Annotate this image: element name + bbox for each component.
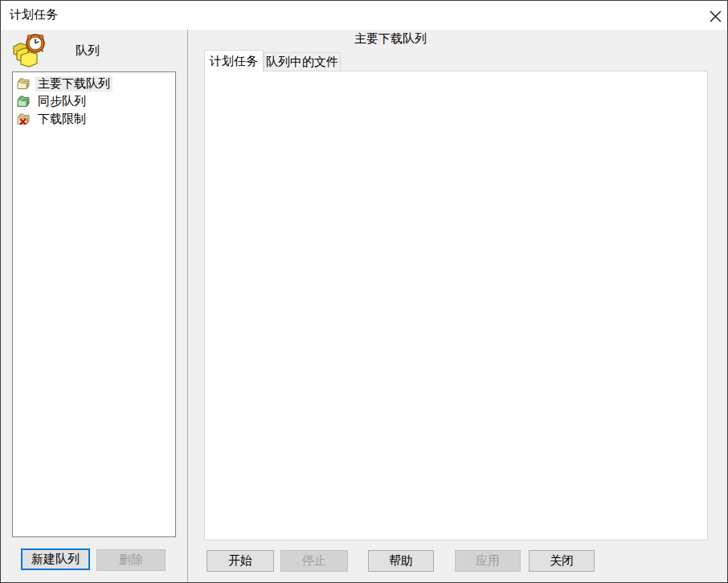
tab-schedule[interactable]: 计划任务 bbox=[204, 50, 264, 71]
schedule-tab-panel bbox=[204, 71, 708, 540]
close-button[interactable]: 关闭 bbox=[529, 550, 595, 572]
help-button[interactable]: 帮助 bbox=[368, 550, 434, 572]
sidebar-divider bbox=[187, 30, 188, 583]
queue-item-main[interactable]: 主要下载队列 bbox=[14, 75, 174, 92]
alarm-clock-folders-icon bbox=[11, 31, 50, 69]
start-button[interactable]: 开始 bbox=[207, 550, 274, 572]
green-folders-icon bbox=[17, 96, 31, 108]
queue-item-sync[interactable]: 同步队列 bbox=[14, 92, 174, 110]
page-title: 主要下载队列 bbox=[354, 31, 427, 47]
tab-files-in-queue[interactable]: 队列中的文件 bbox=[264, 52, 341, 71]
title-bar: 计划任务 bbox=[1, 1, 727, 30]
queue-item-label: 主要下载队列 bbox=[35, 76, 112, 92]
window-title: 计划任务 bbox=[10, 7, 58, 22]
apply-button: 应用 bbox=[455, 550, 521, 572]
yellow-folders-icon bbox=[17, 78, 31, 90]
queue-listbox[interactable]: 主要下载队列 同步队列 下载限制 bbox=[12, 71, 176, 537]
queue-item-label: 下载限制 bbox=[35, 112, 88, 127]
scheduler-dialog: 计划任务 队列 主要下载队列 bbox=[0, 0, 728, 583]
queue-item-limit[interactable]: 下载限制 bbox=[14, 110, 174, 128]
delete-queue-button: 删除 bbox=[96, 549, 166, 571]
folders-red-x-icon bbox=[17, 113, 31, 125]
queue-item-label: 同步队列 bbox=[35, 94, 88, 109]
close-icon[interactable] bbox=[706, 7, 724, 25]
queue-list-header: 队列 bbox=[76, 43, 100, 59]
new-queue-button[interactable]: 新建队列 bbox=[21, 548, 90, 570]
stop-button: 停止 bbox=[280, 550, 348, 572]
